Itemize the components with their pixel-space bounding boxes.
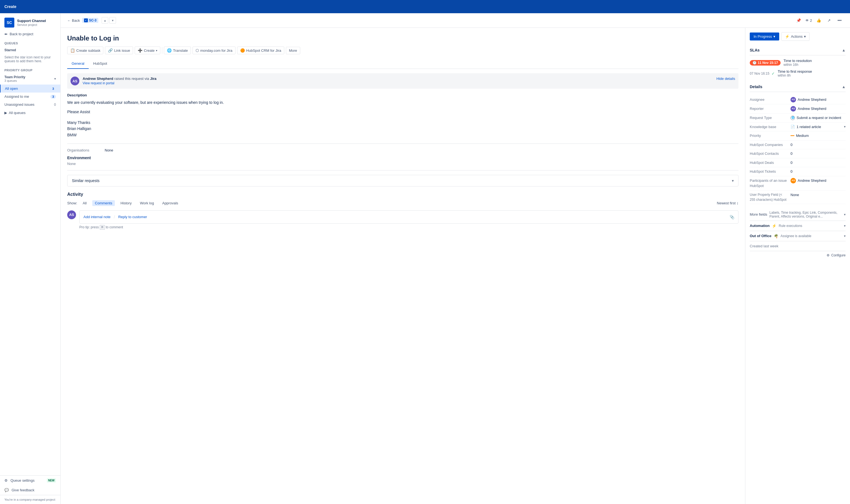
share-icon[interactable]: ↗ bbox=[825, 17, 833, 24]
slas-header[interactable]: SLAs ▲ bbox=[750, 45, 846, 55]
priority-group-label: Priority group bbox=[0, 66, 60, 73]
chevron-down-icon[interactable]: ▾ bbox=[844, 124, 846, 129]
newest-first-toggle[interactable]: Newest first ↕ bbox=[717, 201, 739, 205]
queue-item-all-open[interactable]: All open 3 bbox=[0, 85, 60, 92]
sort-icon: ↕ bbox=[737, 201, 739, 205]
translate-button[interactable]: 🌐 Translate bbox=[164, 47, 191, 54]
all-queues-link[interactable]: ▶ All queues bbox=[0, 109, 60, 117]
similar-requests-toggle[interactable]: Similar requests ▾ bbox=[68, 175, 738, 186]
tab-hubspot[interactable]: HubSpot bbox=[89, 59, 111, 69]
app-layout: SC Support Channel Service project ⬅ Bac… bbox=[0, 13, 850, 504]
watchers[interactable]: 👁 2 bbox=[806, 18, 812, 22]
hubspot-companies-field: HubSpot Companies 0 bbox=[750, 141, 846, 149]
tab-general[interactable]: General bbox=[67, 59, 89, 69]
sidebar-project-header: SC Support Channel Service project bbox=[0, 13, 60, 30]
status-button[interactable]: In Progress ▾ bbox=[750, 33, 779, 40]
automation-row[interactable]: Automation ⚡ Rule executions ▾ bbox=[750, 221, 846, 231]
issue-header-actions: 📌 👁 2 👍 ↗ ••• bbox=[795, 17, 844, 24]
back-icon: ⬅ bbox=[4, 32, 7, 36]
check-icon: ✓ bbox=[772, 71, 775, 76]
filter-comments[interactable]: Comments bbox=[92, 200, 115, 206]
comment-input-box: Add internal note / Reply to customer 📎 bbox=[79, 211, 739, 223]
thumbs-up-icon[interactable]: 👍 bbox=[815, 17, 822, 24]
project-name: Support Channel bbox=[17, 19, 46, 23]
filter-history[interactable]: History bbox=[117, 200, 134, 206]
request-info: AS Andrew Shepherd raised this request v… bbox=[67, 73, 739, 89]
chevron-down-icon: ▾ bbox=[156, 49, 157, 52]
gear-icon: ⚙ bbox=[827, 253, 830, 257]
participants-field: Participants of an issue HubSpot AS Andr… bbox=[750, 176, 846, 191]
main-content: ← Back ✓ SC-3 ▲ ▼ 📌 👁 bbox=[60, 13, 850, 504]
queue-settings-button[interactable]: ⚙ Queue settings NEW bbox=[0, 475, 60, 485]
create-subtask-button[interactable]: 📋 Create subtask bbox=[67, 47, 103, 54]
hide-details-button[interactable]: Hide details bbox=[717, 76, 735, 81]
create-button[interactable]: Create bbox=[0, 0, 850, 13]
pro-tip-text: Pro tip: press M to comment bbox=[79, 225, 739, 229]
description-extra: Please Assist bbox=[67, 109, 739, 115]
more-fields-row[interactable]: More fields Labels, Time tracking, Epic … bbox=[750, 209, 846, 221]
starred-label: Starred bbox=[0, 47, 60, 53]
give-feedback-button[interactable]: 💬 Give feedback bbox=[0, 485, 60, 495]
organisations-field: Organisations None bbox=[67, 148, 739, 152]
project-type: Service project bbox=[17, 23, 46, 26]
chevron-up-icon: ▲ bbox=[842, 85, 846, 89]
configure-row[interactable]: ⚙ Configure bbox=[750, 251, 846, 259]
team-priority-label: Team Priority bbox=[4, 75, 25, 79]
issue-right-panel: In Progress ▾ ⚡ Actions ▾ SLAs bbox=[745, 28, 850, 504]
knowledge-base-field: Knowledge base 📄 1 related article ▾ bbox=[750, 123, 846, 132]
filter-worklog[interactable]: Work log bbox=[137, 200, 157, 206]
view-portal-link[interactable]: View request in portal bbox=[83, 81, 157, 85]
chevron-up-icon: ▲ bbox=[842, 48, 846, 52]
settings-icon: ⚙ bbox=[4, 479, 8, 483]
reporter-avatar: AS bbox=[791, 106, 796, 111]
out-of-office-row[interactable]: Out of Office 🌴 Assignee is available ▾ bbox=[750, 231, 846, 241]
current-user-avatar: AS bbox=[67, 211, 76, 219]
issue-tabs: General HubSpot bbox=[67, 59, 739, 69]
hubspot-contacts-field: HubSpot Contacts 0 bbox=[750, 149, 846, 158]
reply-to-customer-link[interactable]: Reply to customer bbox=[118, 215, 147, 219]
chevron-down-icon: ▾ bbox=[774, 34, 775, 39]
section-divider bbox=[67, 143, 739, 144]
link-issue-button[interactable]: 🔗 Link issue bbox=[105, 47, 133, 54]
breadcrumb-down-button[interactable]: ▼ bbox=[109, 17, 116, 24]
hubspot-button[interactable]: 🟠 HubSpot CRM for Jira bbox=[237, 47, 284, 54]
globe-icon: 🌐 bbox=[791, 116, 795, 120]
slas-title: SLAs bbox=[750, 48, 760, 52]
link-icon: 🔗 bbox=[108, 48, 113, 53]
issue-header-bar: ← Back ✓ SC-3 ▲ ▼ 📌 👁 bbox=[60, 13, 850, 28]
comment-area: AS Add internal note / Reply to customer… bbox=[67, 211, 739, 229]
breadcrumb-up-button[interactable]: ▲ bbox=[102, 17, 108, 24]
queue-item-unassigned[interactable]: Unassigned issues 0 bbox=[0, 101, 60, 109]
filter-approvals[interactable]: Approvals bbox=[160, 200, 181, 206]
activity-title: Activity bbox=[67, 192, 739, 197]
add-internal-note-link[interactable]: Add internal note bbox=[84, 215, 110, 219]
lightning-icon: ⚡ bbox=[785, 34, 790, 39]
filter-all[interactable]: All bbox=[80, 200, 89, 206]
more-toolbar-button[interactable]: More bbox=[286, 47, 300, 54]
priority-icon bbox=[791, 135, 794, 136]
issue-title: Unable to Log in bbox=[67, 34, 739, 42]
clock-icon: 🕐 bbox=[753, 61, 757, 65]
activity-section: Activity Show: All Comments History Work… bbox=[67, 192, 739, 229]
pin-icon[interactable]: 📌 bbox=[795, 17, 802, 24]
team-priority-header[interactable]: Team Priority 3 queues ▾ bbox=[4, 75, 56, 82]
document-icon: 📄 bbox=[791, 124, 795, 130]
description-text: We are currently evaluating your softwar… bbox=[67, 100, 739, 106]
monday-button[interactable]: ⬡ monday.com for Jira bbox=[193, 47, 235, 54]
details-header[interactable]: Details ▲ bbox=[750, 82, 846, 92]
more-actions-icon[interactable]: ••• bbox=[836, 17, 844, 24]
actions-button[interactable]: ⚡ Actions ▾ bbox=[781, 32, 810, 41]
sla-item-first-response: 07 Nov 16:15 ✓ Time to first response wi… bbox=[750, 69, 846, 77]
back-to-project-button[interactable]: ⬅ Back to project bbox=[0, 30, 60, 38]
back-button[interactable]: ← Back bbox=[67, 18, 80, 22]
hubspot-icon: 🟠 bbox=[240, 48, 245, 53]
queue-item-assigned-to-me[interactable]: Assigned to me 3 bbox=[0, 92, 60, 101]
attachment-icon[interactable]: 📎 bbox=[730, 215, 734, 219]
monday-icon: ⬡ bbox=[196, 48, 199, 53]
create-button-toolbar[interactable]: ➕ Create ▾ bbox=[135, 47, 160, 54]
request-type-field: Request Type 🌐 Submit a request or incid… bbox=[750, 113, 846, 123]
chevron-down-icon: ▾ bbox=[844, 213, 846, 216]
create-icon: ➕ bbox=[138, 48, 142, 53]
environment-label: Environment bbox=[67, 156, 739, 160]
priority-field: Priority Medium bbox=[750, 131, 846, 141]
